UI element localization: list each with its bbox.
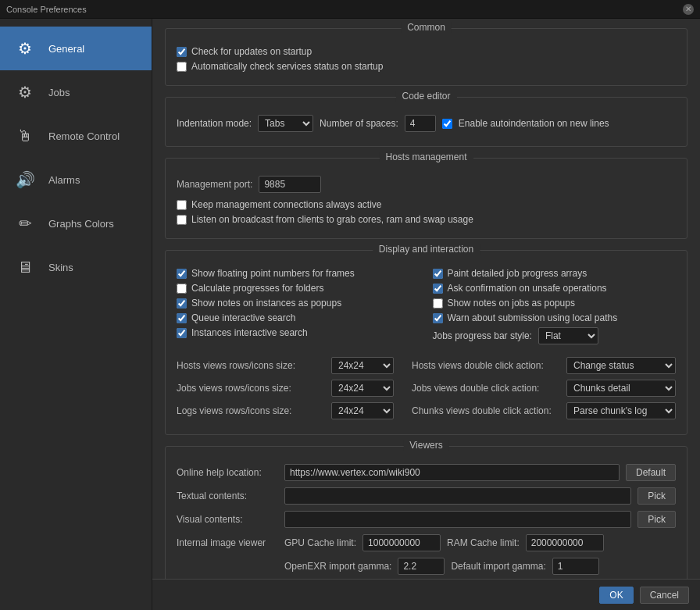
display-col2: Paint detailed job progress arrays Ask c… [433, 268, 677, 349]
num-spaces-label: Number of spaces: [320, 118, 398, 129]
jobs-views-select[interactable]: 24x2416x1632x3248x48 [331, 380, 394, 397]
display-col2-row3: Warn about submission using local paths [433, 312, 677, 323]
cancel-button[interactable]: Cancel [640, 587, 689, 604]
default-gamma-input[interactable] [552, 558, 599, 575]
autoindent-checkbox[interactable] [442, 119, 452, 129]
hosts-dblclick-row: Hosts views double click action: Change … [412, 357, 676, 374]
autoindent-label: Enable autoindentation on new lines [459, 118, 609, 129]
online-help-default-button[interactable]: Default [626, 464, 676, 481]
indentation-label: Indentation mode: [177, 118, 252, 129]
logs-views-row: Logs views rows/icons size: 24x2416x1632… [177, 402, 396, 419]
mgmt-port-input[interactable] [259, 176, 321, 193]
check-services-checkbox[interactable] [177, 62, 187, 72]
check-services-label: Automatically check services status on s… [191, 61, 383, 72]
jobs-dblclick-row: Jobs views double click action: Chunks d… [412, 380, 676, 397]
code-editor-section: Code editor Indentation mode: Tabs Space… [165, 97, 688, 147]
titlebar: Console Preferences ✕ [0, 0, 700, 19]
check-updates-checkbox[interactable] [177, 47, 187, 57]
ask-confirm-checkbox[interactable] [433, 284, 443, 294]
chunks-dblclick-select[interactable]: Parse chunk's log [566, 402, 676, 419]
instances-interactive-label: Instances interactive search [191, 327, 308, 338]
floating-point-label: Show floating point numbers for frames [191, 268, 355, 279]
floating-point-checkbox[interactable] [177, 269, 187, 279]
display-col1-row1: Calculate progresses for folders [177, 283, 420, 294]
notes-instances-checkbox[interactable] [177, 298, 187, 309]
sidebar-item-graphs-colors[interactable]: ✏ Graphs Colors [0, 202, 152, 245]
hosts-views-select[interactable]: 24x2416x1632x3248x48 [331, 357, 394, 374]
display-cols: Show floating point numbers for frames C… [177, 268, 676, 349]
jobs-views-label: Jobs views rows/icons size: [177, 383, 325, 394]
check-updates-label: Check for updates on startup [191, 46, 312, 57]
keep-connections-checkbox[interactable] [177, 200, 187, 210]
jobs-dblclick-label: Jobs views double click action: [412, 383, 560, 394]
sidebar-item-skins[interactable]: 🖥 Skins [0, 245, 152, 289]
graphs-icon: ✏ [11, 209, 39, 237]
paint-detailed-label: Paint detailed job progress arrays [448, 268, 588, 279]
chunks-dblclick-label: Chunks views double click action: [412, 405, 560, 416]
viewers-title: Viewers [403, 440, 448, 451]
indentation-mode-select[interactable]: Tabs Spaces [258, 115, 313, 132]
logs-views-select[interactable]: 24x2416x1632x3248x48 [331, 402, 394, 419]
hosts-views-label: Hosts views rows/icons size: [177, 360, 325, 371]
code-editor-title: Code editor [395, 91, 456, 102]
image-viewer-label: Internal image viewer [177, 537, 278, 548]
sidebar-item-alarms[interactable]: 🔊 Alarms [0, 158, 152, 202]
textual-input[interactable] [284, 487, 631, 505]
ram-cache-input[interactable] [526, 534, 604, 551]
notes-jobs-label: Show notes on jobs as popups [448, 298, 575, 309]
footer: OK Cancel [152, 579, 700, 610]
jobs-views-row: Jobs views rows/icons size: 24x2416x1632… [177, 380, 396, 397]
sidebar: ⚙ General ⚙ Jobs 🖱 Remote Control 🔊 Alar… [0, 19, 152, 610]
hosts-management-title: Hosts management [379, 152, 473, 162]
sidebar-label-general: General [48, 43, 84, 55]
progress-style-row: Jobs progress bar style: Flat Gradient N… [433, 327, 677, 344]
ok-button[interactable]: OK [599, 587, 633, 604]
hosts-management-section: Hosts management Management port: Keep m… [165, 158, 688, 239]
visual-pick-button[interactable]: Pick [638, 511, 676, 528]
mgmt-port-row: Management port: [177, 176, 676, 193]
window-title: Console Preferences [6, 5, 683, 14]
close-button[interactable]: ✕ [683, 4, 694, 15]
display-col1-row3: Queue interactive search [177, 312, 420, 323]
alarms-icon: 🔊 [11, 166, 39, 194]
instances-interactive-checkbox[interactable] [177, 328, 187, 338]
sidebar-item-general[interactable]: ⚙ General [0, 27, 152, 70]
openexr-input[interactable] [398, 558, 445, 575]
warn-submission-checkbox[interactable] [433, 313, 443, 323]
hosts-dblclick-select[interactable]: Change status [566, 357, 676, 374]
warn-submission-label: Warn about submission using local paths [448, 312, 618, 323]
display-col1: Show floating point numbers for frames C… [177, 268, 420, 349]
num-spaces-input[interactable] [405, 115, 436, 132]
display-col1-row4: Instances interactive search [177, 327, 420, 338]
display-col2-row1: Ask confirmation on unsafe operations [433, 283, 677, 294]
general-icon: ⚙ [11, 34, 39, 62]
sidebar-label-graphs-colors: Graphs Colors [48, 218, 114, 230]
openexr-row: OpenEXR import gamma: Default import gam… [177, 558, 676, 575]
skins-icon: 🖥 [11, 253, 39, 281]
online-help-input[interactable] [284, 464, 620, 481]
display-col2-row2: Show notes on jobs as popups [433, 298, 677, 309]
keep-connections-row: Keep management connections always activ… [177, 199, 676, 210]
sidebar-label-jobs: Jobs [48, 87, 70, 98]
online-help-row: Online help location: Default [177, 464, 676, 481]
progress-style-select[interactable]: Flat Gradient None [538, 327, 598, 344]
paint-detailed-checkbox[interactable] [433, 269, 443, 279]
listen-broadcast-checkbox[interactable] [177, 215, 187, 225]
default-gamma-label: Default import gamma: [451, 561, 545, 572]
visual-input[interactable] [284, 511, 631, 528]
gpu-cache-input[interactable] [362, 534, 441, 551]
keep-connections-label: Keep management connections always activ… [191, 199, 381, 210]
jobs-dblclick-select[interactable]: Chunks detail [566, 380, 676, 397]
notes-instances-label: Show notes on instances as popups [191, 298, 341, 309]
display-col1-row0: Show floating point numbers for frames [177, 268, 420, 279]
calc-progresses-checkbox[interactable] [177, 284, 187, 294]
display-title: Display and interaction [373, 244, 480, 255]
common-title: Common [401, 22, 452, 33]
queue-interactive-checkbox[interactable] [177, 313, 187, 323]
size-col-right: Hosts views double click action: Change … [412, 357, 676, 425]
textual-pick-button[interactable]: Pick [638, 487, 676, 505]
sidebar-item-jobs[interactable]: ⚙ Jobs [0, 70, 152, 114]
textual-row: Textual contents: Pick [177, 487, 676, 505]
sidebar-item-remote-control[interactable]: 🖱 Remote Control [0, 114, 152, 158]
notes-jobs-checkbox[interactable] [433, 298, 443, 309]
